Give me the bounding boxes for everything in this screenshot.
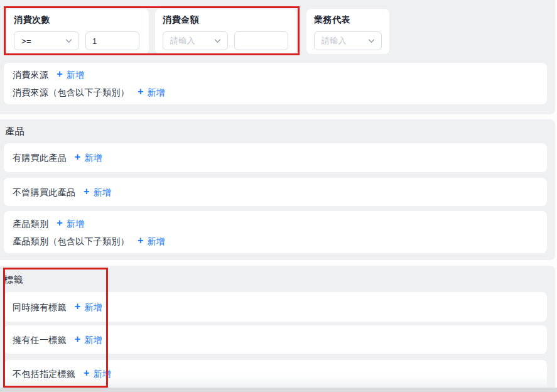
- row-product-category-subcategory-label: 產品類別（包含以下子類別）: [13, 234, 129, 249]
- row-consumption-source-subcategory: 消費來源（包含以下子類別） + 新增: [13, 85, 547, 100]
- purchase-amount-value-input[interactable]: [234, 31, 288, 50]
- row-consumption-source: 消費來源 + 新增: [13, 67, 547, 82]
- add-label: 新增: [94, 366, 112, 381]
- plus-icon: +: [75, 334, 81, 344]
- plus-icon: +: [138, 236, 144, 246]
- row-has-purchased-product-label: 有購買此產品: [13, 150, 67, 165]
- add-exclude-tags-button[interactable]: + 新增: [84, 366, 111, 381]
- add-has-purchased-product-button[interactable]: + 新增: [75, 150, 102, 165]
- add-never-purchased-product-button[interactable]: + 新增: [84, 185, 111, 200]
- row-never-purchased-product-label: 不曾購買此產品: [13, 185, 75, 200]
- panel-has-all-tags: 同時擁有標籤 + 新增: [4, 292, 547, 322]
- purchase-count-operator-value: >=: [21, 36, 31, 46]
- card-purchase-count: 消費次數 >=: [6, 9, 149, 54]
- row-product-category: 產品類別 + 新增: [13, 216, 547, 231]
- plus-icon: +: [75, 302, 81, 312]
- add-label: 新增: [148, 85, 166, 100]
- section-consumption: 消費次數 >= 消費金額 請輸入 業務代表: [0, 0, 555, 114]
- row-consumption-source-label: 消費來源: [13, 67, 48, 82]
- add-label: 新增: [94, 185, 112, 200]
- add-consumption-source-button[interactable]: + 新增: [57, 67, 84, 82]
- add-product-category-button[interactable]: + 新增: [57, 216, 84, 231]
- row-product-category-label: 產品類別: [13, 216, 48, 231]
- add-label: 新增: [84, 332, 102, 347]
- panel-product-category: 產品類別 + 新增 產品類別（包含以下子類別） + 新增: [4, 211, 547, 253]
- add-label: 新增: [84, 150, 102, 165]
- add-label: 新增: [67, 67, 85, 82]
- card-purchase-amount: 消費金額 請輸入: [155, 9, 296, 54]
- add-consumption-source-subcategory-button[interactable]: + 新增: [138, 85, 165, 100]
- chevron-down-icon: [65, 39, 72, 43]
- add-label: 新增: [84, 300, 102, 315]
- row-product-category-subcategory: 產品類別（包含以下子類別） + 新增: [13, 234, 547, 249]
- panel-never-purchased-product: 不曾購買此產品 + 新增: [4, 178, 547, 206]
- row-has-purchased-product: 有購買此產品 + 新增: [13, 150, 547, 165]
- section-product: 產品 有購買此產品 + 新增 不曾購買此產品 + 新增: [0, 119, 555, 260]
- add-has-all-tags-button[interactable]: + 新增: [75, 300, 102, 315]
- section-product-header: 產品: [5, 126, 24, 138]
- card-sales-rep: 業務代表 請輸入: [306, 9, 389, 54]
- purchase-amount-operator-select[interactable]: 請輸入: [163, 31, 228, 50]
- purchase-count-operator-select[interactable]: >=: [14, 31, 79, 50]
- row-has-any-tag-label: 擁有任一標籤: [13, 332, 67, 347]
- card-sales-rep-label: 業務代表: [314, 14, 382, 26]
- row-exclude-tags: 不包括指定標籤 + 新增: [13, 366, 547, 381]
- row-has-all-tags: 同時擁有標籤 + 新增: [13, 300, 547, 315]
- panel-has-purchased-product: 有購買此產品 + 新增: [4, 143, 547, 172]
- plus-icon: +: [75, 152, 81, 162]
- add-label: 新增: [148, 234, 166, 249]
- add-label: 新增: [67, 216, 85, 231]
- sales-rep-select[interactable]: 請輸入: [314, 31, 382, 50]
- plus-icon: +: [84, 368, 90, 378]
- purchase-count-value-input[interactable]: [85, 31, 139, 50]
- add-product-category-subcategory-button[interactable]: + 新增: [138, 234, 165, 249]
- row-never-purchased-product: 不曾購買此產品 + 新增: [13, 185, 547, 200]
- card-purchase-amount-label: 消費金額: [163, 14, 289, 26]
- purchase-amount-operator-placeholder: 請輸入: [170, 35, 195, 46]
- card-purchase-count-label: 消費次數: [14, 14, 141, 26]
- row-exclude-tags-label: 不包括指定標籤: [13, 366, 75, 381]
- plus-icon: +: [57, 218, 63, 228]
- panel-consumption-source: 消費來源 + 新增 消費來源（包含以下子類別） + 新增: [4, 63, 547, 104]
- sales-rep-placeholder: 請輸入: [322, 35, 347, 46]
- section-tags: 標籤 同時擁有標籤 + 新增 擁有任一標籤 + 新增: [0, 266, 555, 388]
- row-consumption-source-subcategory-label: 消費來源（包含以下子類別）: [13, 85, 129, 100]
- panel-exclude-tags: 不包括指定標籤 + 新增: [4, 360, 547, 388]
- add-has-any-tag-button[interactable]: + 新增: [75, 332, 102, 347]
- chevron-down-icon: [368, 39, 375, 43]
- plus-icon: +: [84, 187, 90, 197]
- section-tags-header: 標籤: [4, 274, 23, 286]
- plus-icon: +: [138, 87, 144, 97]
- chevron-down-icon: [214, 39, 221, 43]
- row-has-any-tag: 擁有任一標籤 + 新增: [13, 332, 547, 347]
- panel-has-any-tag: 擁有任一標籤 + 新增: [4, 325, 547, 354]
- bottom-edge-strip: [0, 388, 557, 392]
- plus-icon: +: [57, 69, 63, 79]
- row-has-all-tags-label: 同時擁有標籤: [13, 300, 67, 315]
